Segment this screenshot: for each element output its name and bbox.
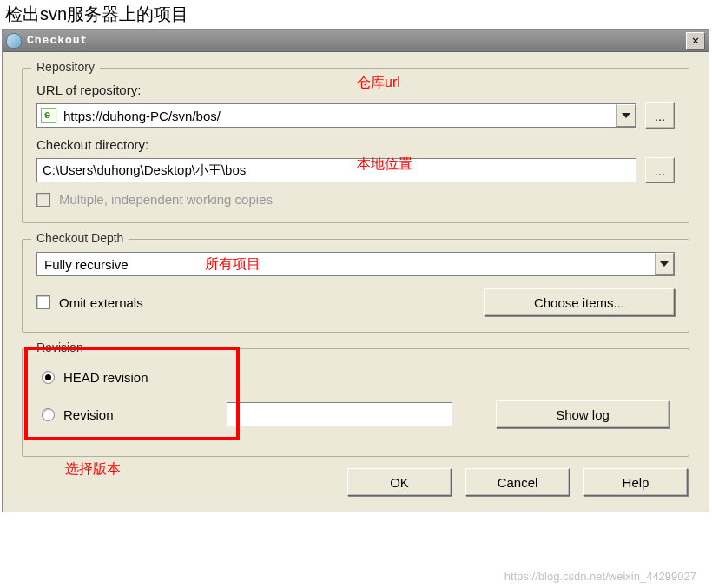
omit-checkbox[interactable] bbox=[36, 295, 50, 309]
dir-label: Checkout directory: bbox=[36, 137, 675, 152]
globe-icon bbox=[41, 108, 56, 123]
dir-input[interactable]: C:\Users\duhong\Desktop\小王\bos bbox=[36, 158, 636, 182]
ok-button[interactable]: OK bbox=[347, 468, 452, 496]
depth-legend: Checkout Depth bbox=[31, 231, 129, 245]
multi-label: Multiple, independent working copies bbox=[59, 192, 273, 207]
head-radio[interactable] bbox=[42, 371, 55, 384]
revision-radio[interactable] bbox=[42, 408, 55, 421]
dialog-body: Repository URL of repository: https://du… bbox=[3, 52, 709, 512]
cancel-button[interactable]: Cancel bbox=[465, 468, 570, 496]
head-radio-row[interactable]: HEAD revision bbox=[42, 370, 669, 385]
chevron-down-icon[interactable] bbox=[655, 253, 674, 275]
choose-items-button[interactable]: Choose items... bbox=[484, 288, 675, 316]
repository-group: Repository URL of repository: https://du… bbox=[22, 68, 689, 223]
url-combo[interactable]: https://duhong-PC/svn/bos/ bbox=[36, 103, 636, 128]
close-icon: ✕ bbox=[692, 33, 699, 48]
revision-group: Revision HEAD revision Revision Show log bbox=[22, 348, 689, 457]
help-button[interactable]: Help bbox=[583, 468, 688, 496]
button-bar: OK Cancel Help bbox=[22, 465, 689, 496]
url-value: https://duhong-PC/svn/bos/ bbox=[63, 109, 221, 123]
dir-browse-button[interactable]: ... bbox=[645, 157, 675, 183]
titlebar: Checkout ✕ bbox=[3, 30, 709, 52]
dir-value: C:\Users\duhong\Desktop\小王\bos bbox=[43, 162, 246, 179]
chevron-down-icon[interactable] bbox=[616, 104, 636, 127]
show-log-button[interactable]: Show log bbox=[496, 400, 669, 428]
checkout-dialog: Checkout ✕ Repository URL of repository:… bbox=[2, 29, 709, 512]
revision-radio-row[interactable]: Revision Show log bbox=[42, 400, 669, 428]
url-label: URL of repository: bbox=[36, 83, 675, 97]
omit-checkbox-row[interactable]: Omit externals bbox=[36, 295, 470, 310]
revision-label: Revision bbox=[63, 407, 114, 422]
close-button[interactable]: ✕ bbox=[686, 32, 705, 50]
depth-value: Fully recursive bbox=[44, 257, 129, 272]
tortoise-icon bbox=[6, 33, 22, 49]
revision-legend: Revision bbox=[31, 340, 89, 354]
url-browse-button[interactable]: ... bbox=[645, 102, 675, 129]
depth-combo[interactable]: Fully recursive bbox=[36, 252, 675, 276]
multi-checkbox bbox=[36, 193, 50, 207]
repository-legend: Repository bbox=[31, 60, 100, 74]
omit-label: Omit externals bbox=[59, 295, 143, 310]
watermark: https://blog.csdn.net/weixin_44299027 bbox=[504, 570, 696, 583]
revision-input[interactable] bbox=[227, 402, 452, 426]
multi-checkbox-row: Multiple, independent working copies bbox=[36, 192, 675, 207]
depth-group: Checkout Depth Fully recursive Omit exte… bbox=[22, 239, 689, 333]
page-heading: 检出svn服务器上的项目 bbox=[0, 0, 712, 29]
head-label: HEAD revision bbox=[63, 370, 148, 385]
window-title: Checkout bbox=[27, 34, 686, 47]
